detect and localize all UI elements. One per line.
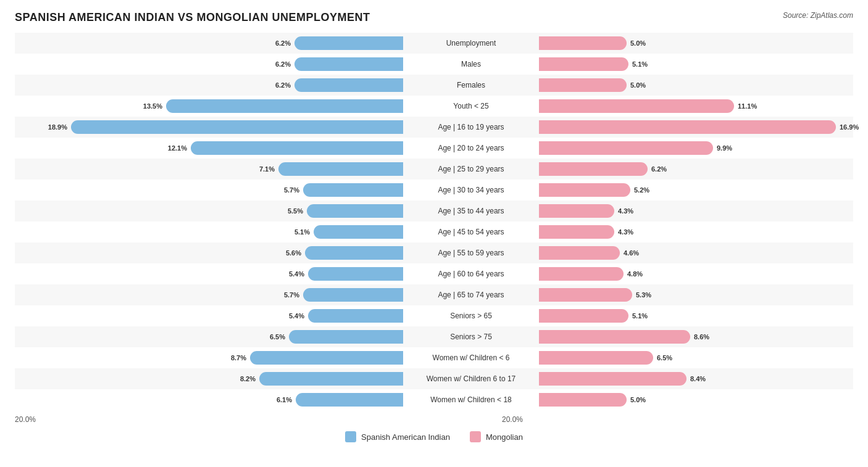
right-side: 5.0% <box>539 36 868 50</box>
bar-pink <box>539 309 628 323</box>
bar-row: 6.2% Males 5.1% <box>15 54 853 75</box>
left-side: 13.5% <box>15 99 403 113</box>
bar-label-left: 13.5% <box>143 102 162 110</box>
bar-row: 5.4% Seniors > 65 5.1% <box>15 305 853 326</box>
bar-label-right: 5.3% <box>636 291 651 299</box>
bar-blue <box>307 204 403 218</box>
bar-row: 12.1% Age | 20 to 24 years 9.9% <box>15 138 853 159</box>
chart-body: 6.2% Unemployment 5.0% 6.2% Males 5.1% <box>15 33 853 410</box>
right-side: 5.2% <box>539 183 868 197</box>
bar-label-left: 18.9% <box>48 123 67 131</box>
bar-blue <box>259 372 403 386</box>
bar-pink <box>539 225 614 239</box>
bar-pink <box>539 246 620 260</box>
left-side: 5.7% <box>15 288 403 302</box>
axis-labels: 20.0% <box>15 415 366 424</box>
center-label: Seniors > 65 <box>403 312 539 320</box>
bar-pink <box>539 330 690 344</box>
right-side: 6.5% <box>539 351 868 365</box>
bar-blue <box>294 57 403 71</box>
right-side: 5.0% <box>539 78 868 92</box>
bar-label-right: 9.9% <box>717 144 732 152</box>
left-side: 5.4% <box>15 309 403 323</box>
bar-row: 5.1% Age | 45 to 54 years 4.3% <box>15 221 853 242</box>
left-side: 12.1% <box>15 141 403 155</box>
right-side: 5.0% <box>539 393 868 407</box>
bar-blue <box>250 351 403 365</box>
bar-label-right: 5.0% <box>630 81 646 89</box>
left-side: 6.2% <box>15 57 403 71</box>
bar-label-right: 5.0% <box>630 396 646 403</box>
right-side: 4.3% <box>539 225 868 239</box>
bar-label-left: 8.7% <box>231 354 246 362</box>
bar-label-right: 11.1% <box>738 102 757 110</box>
bar-blue <box>308 267 403 281</box>
right-side: 6.2% <box>539 162 868 176</box>
bar-row: 8.7% Women w/ Children < 6 6.5% <box>15 347 853 368</box>
right-side: 4.6% <box>539 246 868 260</box>
bar-label-left: 8.2% <box>240 375 256 382</box>
left-side: 5.7% <box>15 183 403 197</box>
bar-blue <box>191 141 403 155</box>
bar-pink <box>539 141 713 155</box>
bar-blue <box>166 99 403 113</box>
bar-blue <box>71 120 403 134</box>
bar-row: 5.5% Age | 35 to 44 years 4.3% <box>15 200 853 221</box>
bar-row: 7.1% Age | 25 to 29 years 6.2% <box>15 159 853 180</box>
bar-label-left: 6.2% <box>275 39 291 47</box>
bar-blue <box>308 309 403 323</box>
bar-label-right: 6.5% <box>657 354 672 362</box>
left-side: 6.2% <box>15 36 403 50</box>
right-side: 5.1% <box>539 309 868 323</box>
bar-pink <box>539 372 686 386</box>
left-side: 6.1% <box>15 393 403 407</box>
legend-label-pink: Mongolian <box>486 432 523 442</box>
bar-row: 6.2% Females 5.0% <box>15 75 853 96</box>
bar-pink <box>539 162 648 176</box>
bar-label-left: 5.5% <box>288 207 303 215</box>
bar-pink <box>539 393 627 407</box>
center-label: Males <box>403 60 539 68</box>
left-side: 5.4% <box>15 267 403 281</box>
bar-pink <box>539 183 630 197</box>
left-side: 5.6% <box>15 246 403 260</box>
center-label: Age | 60 to 64 years <box>403 270 539 278</box>
bar-label-left: 6.2% <box>275 81 291 89</box>
bar-label-right: 4.8% <box>627 270 643 278</box>
right-side: 5.1% <box>539 57 868 71</box>
bar-row: 5.7% Age | 65 to 74 years 5.3% <box>15 284 853 305</box>
right-side: 8.6% <box>539 330 868 344</box>
center-label: Females <box>403 81 539 89</box>
axis-row: 20.0% 20.0% <box>15 415 853 424</box>
right-side: 5.3% <box>539 288 868 302</box>
center-label: Age | 20 to 24 years <box>403 144 539 152</box>
right-side: 8.4% <box>539 372 868 386</box>
left-side: 6.5% <box>15 330 403 344</box>
bar-label-right: 5.1% <box>632 312 648 320</box>
right-side: 16.9% <box>539 120 868 134</box>
bar-label-right: 5.1% <box>632 60 648 68</box>
bar-blue <box>278 162 403 176</box>
bar-pink <box>539 99 734 113</box>
center-label: Women w/ Children < 18 <box>403 395 539 404</box>
bar-label-left: 5.1% <box>294 228 310 236</box>
axis-right-label: 20.0% <box>502 415 523 424</box>
bar-row: 5.7% Age | 30 to 34 years 5.2% <box>15 180 853 200</box>
bar-pink <box>539 120 836 134</box>
bar-blue <box>289 330 403 344</box>
left-side: 18.9% <box>15 120 403 134</box>
bar-label-left: 5.6% <box>286 249 301 257</box>
bar-pink <box>539 204 614 218</box>
left-side: 8.7% <box>15 351 403 365</box>
left-side: 8.2% <box>15 372 403 386</box>
bar-pink <box>539 267 624 281</box>
bar-pink <box>539 78 627 92</box>
bar-blue <box>294 78 403 92</box>
center-label: Age | 35 to 44 years <box>403 207 539 215</box>
bar-label-right: 5.2% <box>634 186 649 194</box>
center-label: Unemployment <box>403 39 539 48</box>
left-side: 7.1% <box>15 162 403 176</box>
bar-row: 5.6% Age | 55 to 59 years 4.6% <box>15 242 853 263</box>
chart-header: SPANISH AMERICAN INDIAN VS MONGOLIAN UNE… <box>15 11 853 24</box>
bar-label-right: 8.6% <box>694 333 709 341</box>
